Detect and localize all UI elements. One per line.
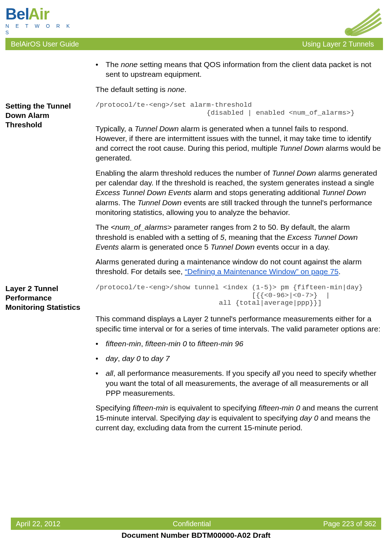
logo: BelAir N E T W O R K S xyxy=(5,4,78,36)
title-bar: BelAirOS User Guide Using Layer 2 Tunnel… xyxy=(5,38,383,50)
logo-air: Air xyxy=(28,4,49,24)
intro-default: The default setting is none. xyxy=(96,84,381,94)
svg-point-0 xyxy=(345,28,353,36)
section2-b2: day, day 0 to day 7 xyxy=(106,353,381,363)
bullet-icon: • xyxy=(96,339,106,348)
bullet-icon: • xyxy=(96,60,106,79)
section2-label: Layer 2 Tunnel Performance Monitoring St… xyxy=(5,284,87,312)
section1-label: Setting the Tunnel Down Alarm Threshold xyxy=(5,101,87,130)
footer-date: April 22, 2012 xyxy=(16,519,60,528)
section1-p1: Typically, a Tunnel Down alarm is genera… xyxy=(96,124,381,163)
section2-p2: Specifying fifteen-min is equivalent to … xyxy=(96,403,381,432)
intro-bullet: The none setting means that QOS informat… xyxy=(106,60,381,79)
section1-p4: Alarms generated during a maintenance wi… xyxy=(96,257,381,277)
maintenance-window-link[interactable]: “Defining a Maintenance Window” on page … xyxy=(185,267,338,276)
section2-b3: all, all performance measurements. If yo… xyxy=(106,368,381,398)
title-right: Using Layer 2 Tunnels xyxy=(302,39,374,49)
section2-b1: fifteen-min, fifteen-min 0 to fifteen-mi… xyxy=(106,339,381,348)
title-left: BelAirOS User Guide xyxy=(11,39,79,49)
bullet-icon: • xyxy=(96,368,106,398)
footer-bar: April 22, 2012 Confidential Page 223 of … xyxy=(11,518,381,530)
document-number: Document Number BDTM00000-A02 Draft xyxy=(0,530,392,540)
logo-sub: N E T W O R K S xyxy=(5,23,78,36)
footer-page: Page 223 of 362 xyxy=(323,519,376,528)
section2-p1: This command displays a Layer 2 tunnel's… xyxy=(96,314,381,334)
section1-p2: Enabling the alarm threshold reduces the… xyxy=(96,168,381,217)
bullet-icon: • xyxy=(96,353,106,363)
section1-cmd: /protocol/te-<eng>/set alarm-threshold {… xyxy=(96,101,381,117)
swoosh-icon xyxy=(340,4,383,36)
section1-p3: The <num_of_alarms> parameter ranges fro… xyxy=(96,222,381,252)
footer-confidential: Confidential xyxy=(173,519,211,528)
logo-bel: Bel xyxy=(5,4,29,24)
section2-cmd: /protocol/te-<eng>/show tunnel <index (1… xyxy=(96,284,381,308)
